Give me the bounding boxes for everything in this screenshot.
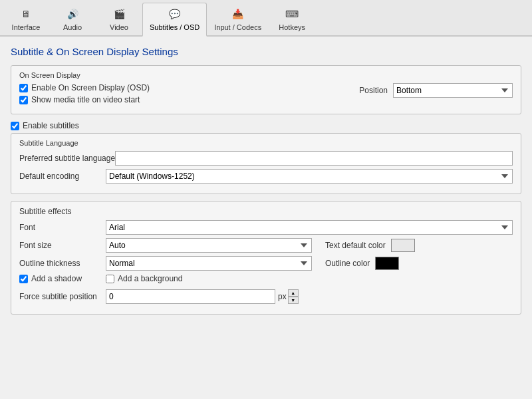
force-position-up[interactable]: ▲ <box>288 289 299 297</box>
force-position-label: Force subtitle position <box>19 292 106 301</box>
force-position-spinbtns: ▲ ▼ <box>288 289 299 304</box>
text-default-color-label: Text default color <box>325 241 386 250</box>
tab-bar: 🖥 Interface 🔊 Audio 🎬 Video 💬 Subtitles … <box>0 0 532 37</box>
tab-video-label: Video <box>110 23 128 31</box>
font-select[interactable]: Arial Times New Roman Verdana Courier Ne… <box>106 220 513 235</box>
subtitle-effects-group: Subtitle effects Font Arial Times New Ro… <box>11 201 521 315</box>
audio-icon: 🔊 <box>65 6 80 22</box>
enable-subtitles-label: Enable subtitles <box>23 121 79 130</box>
add-background-check-row: Add a background <box>106 274 182 283</box>
fontsize-select[interactable]: Auto 10 12 14 16 18 20 24 28 32 36 <box>106 238 312 253</box>
show-media-title-label: Show media title on video start <box>31 95 140 104</box>
subtitle-effects-label: Subtitle effects <box>19 207 513 216</box>
tab-subtitles[interactable]: 💬 Subtitles / OSD <box>142 3 207 37</box>
encoding-label: Default encoding <box>19 172 106 181</box>
add-background-checkbox[interactable] <box>106 275 114 283</box>
enable-subtitles-checkbox[interactable] <box>11 122 19 130</box>
enable-subtitles-row: Enable subtitles <box>11 121 521 130</box>
tab-subtitles-label: Subtitles / OSD <box>150 23 200 31</box>
font-row: Font Arial Times New Roman Verdana Couri… <box>19 220 513 235</box>
force-position-input[interactable] <box>106 289 275 304</box>
fontsize-row: Font size Auto 10 12 14 16 18 20 24 28 3… <box>19 238 513 253</box>
show-media-title-checkbox[interactable] <box>19 96 28 104</box>
outline-color-label: Outline color <box>325 259 370 268</box>
enable-osd-checkbox[interactable] <box>19 84 28 92</box>
fontsize-label: Font size <box>19 241 106 250</box>
subtitle-language-group: Subtitle Language Preferred subtitle lan… <box>11 133 521 194</box>
outline-thickness-label: Outline thickness <box>19 259 106 268</box>
force-position-unit: px <box>278 292 287 301</box>
position-select[interactable]: Bottom Top Center <box>393 83 513 98</box>
preferred-language-row: Preferred subtitle language <box>19 151 513 166</box>
tab-hotkeys[interactable]: ⌨ Hotkeys <box>269 3 315 35</box>
tab-hotkeys-label: Hotkeys <box>279 23 305 31</box>
add-shadow-label: Add a shadow <box>31 274 82 283</box>
tab-interface[interactable]: 🖥 Interface <box>3 3 49 35</box>
subtitle-language-group-label: Subtitle Language <box>19 139 513 147</box>
osd-group-label: On Screen Display <box>19 71 513 79</box>
add-shadow-check-row: Add a shadow <box>19 274 106 283</box>
force-position-row: Force subtitle position px ▲ ▼ <box>19 289 513 304</box>
encoding-row: Default encoding Default (Windows-1252) … <box>19 169 513 184</box>
add-shadow-checkbox[interactable] <box>19 275 28 283</box>
osd-group: On Screen Display Enable On Screen Displ… <box>11 65 521 114</box>
force-position-down[interactable]: ▼ <box>288 297 299 304</box>
font-label: Font <box>19 223 106 232</box>
video-icon: 🎬 <box>111 6 127 22</box>
enable-osd-label: Enable On Screen Display (OSD) <box>31 83 150 92</box>
tab-input-codecs[interactable]: 📥 Input / Codecs <box>207 3 269 35</box>
tab-audio[interactable]: 🔊 Audio <box>49 3 96 35</box>
preferred-language-label: Preferred subtitle language <box>19 154 115 163</box>
shadow-background-row: Add a shadow Add a background <box>19 274 513 286</box>
interface-icon: 🖥 <box>18 6 34 22</box>
show-media-title-row: Show media title on video start <box>19 95 150 104</box>
outline-row: Outline thickness Normal None Thin Thick… <box>19 256 513 271</box>
page-title: Subtitle & On Screen Display Settings <box>11 46 521 57</box>
add-background-label: Add a background <box>118 274 182 283</box>
tab-input-codecs-label: Input / Codecs <box>214 23 261 31</box>
subtitles-icon: 💬 <box>167 6 183 22</box>
input-codecs-icon: 📥 <box>230 6 246 22</box>
tab-video[interactable]: 🎬 Video <box>96 3 142 35</box>
content-area: Subtitle & On Screen Display Settings On… <box>0 37 532 331</box>
preferred-language-input[interactable] <box>115 151 513 166</box>
outline-select[interactable]: Normal None Thin Thick <box>106 256 312 271</box>
hotkeys-icon: ⌨ <box>284 6 300 22</box>
tab-interface-label: Interface <box>12 23 41 31</box>
position-label: Position <box>359 86 388 95</box>
force-position-spinner: px ▲ ▼ <box>106 289 312 304</box>
tab-audio-label: Audio <box>63 23 82 31</box>
text-default-color-button[interactable] <box>391 239 415 252</box>
outline-color-button[interactable] <box>375 257 399 270</box>
encoding-select[interactable]: Default (Windows-1252) UTF-8 UTF-16 ISO-… <box>106 169 513 184</box>
enable-osd-row: Enable On Screen Display (OSD) <box>19 83 150 92</box>
